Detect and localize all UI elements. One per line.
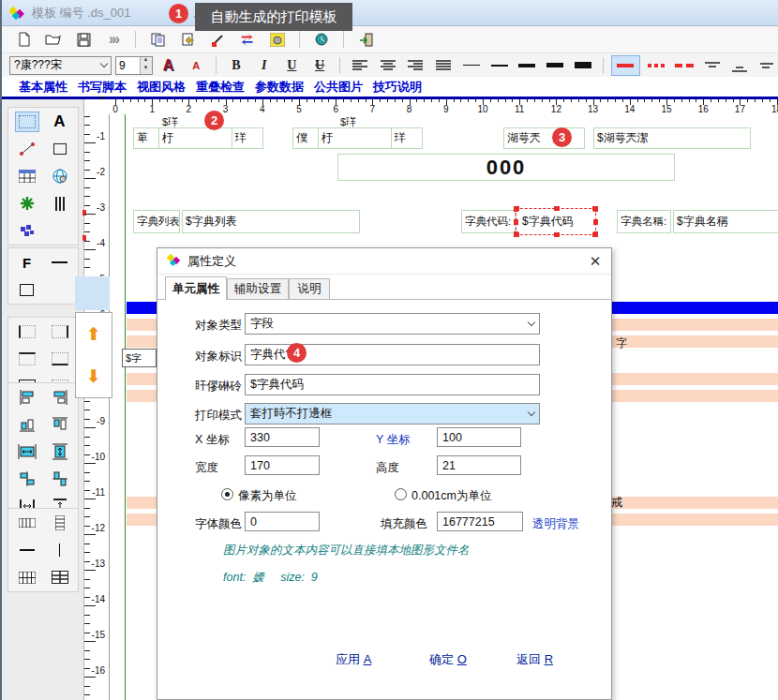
menu-item-view-style[interactable]: 视图风格 [137, 79, 186, 96]
close-icon[interactable]: ✕ [579, 248, 611, 275]
line-tool[interactable] [15, 139, 39, 159]
dict-list-value-field[interactable]: $字典列表 [182, 210, 360, 233]
table-tool[interactable] [15, 166, 39, 186]
dict-name-value-field[interactable]: $字典名稱 [673, 210, 778, 233]
globe-tool[interactable] [48, 166, 72, 186]
radio-pixels[interactable] [221, 488, 233, 500]
bold-button[interactable]: B [224, 55, 248, 76]
swap-arrows-icon[interactable] [235, 29, 260, 50]
new-file-icon[interactable] [11, 29, 36, 50]
bitmap-tool[interactable] [15, 220, 39, 241]
paste-icon[interactable] [175, 29, 200, 50]
menu-item-script[interactable]: 书写脚本 [78, 79, 127, 96]
center-vertical-icon[interactable] [48, 469, 72, 489]
template-field[interactable]: 杅 [158, 127, 232, 149]
radio-cm[interactable] [395, 488, 407, 500]
bars-tool[interactable] [48, 193, 72, 214]
align-right-icon[interactable] [403, 55, 427, 76]
align-justify-icon[interactable] [431, 55, 456, 76]
menu-item-shared-images[interactable]: 公共图片 [314, 79, 363, 96]
text-tool[interactable]: A [48, 112, 72, 132]
template-field[interactable]: 萆 [133, 127, 159, 149]
exit-icon[interactable] [353, 29, 378, 50]
field-tool[interactable]: F [15, 252, 39, 273]
font-family-select[interactable]: ?康???宋 [9, 56, 112, 75]
align-left-icon[interactable] [348, 55, 372, 76]
line-weight-5-button[interactable] [571, 55, 595, 76]
border-right-icon[interactable] [48, 321, 72, 342]
font-color-input[interactable]: 0 [245, 512, 320, 531]
line-align-top-icon[interactable] [700, 55, 725, 76]
copy-icon[interactable] [145, 29, 170, 50]
dict-code-value-field[interactable]: $字典代码 [518, 211, 593, 232]
italic-button[interactable]: I [252, 55, 277, 76]
line-weight-4-button[interactable] [543, 55, 567, 76]
box-tool[interactable] [15, 279, 39, 300]
hline-tool[interactable] [48, 252, 72, 273]
border-left-icon[interactable] [15, 321, 39, 342]
red-dashed-line-button[interactable] [672, 55, 696, 76]
dict-list-label-field[interactable]: 字典列表: [133, 210, 180, 233]
tab-unit-properties[interactable]: 单元属性 [165, 276, 227, 300]
split-rows-icon[interactable] [48, 513, 72, 533]
table-header-icon[interactable] [48, 567, 72, 588]
red-dotted-line-button[interactable] [644, 55, 668, 76]
rect-tool[interactable] [48, 139, 72, 159]
barcode-tool[interactable] [15, 193, 39, 214]
template-field[interactable]: $湖萼兲潔 [593, 127, 751, 149]
counter-field[interactable]: 000 [337, 154, 675, 181]
fill-color-input[interactable]: 16777215 [437, 512, 523, 531]
object-type-select[interactable]: 字段 [245, 313, 540, 335]
scroll-up-icon[interactable]: ⬆ [86, 323, 101, 345]
underline-button[interactable]: U [280, 55, 305, 76]
x-coord-input[interactable]: 330 [245, 427, 320, 447]
same-width-icon[interactable] [15, 441, 39, 462]
red-solid-line-button[interactable] [611, 55, 641, 76]
select-marquee-tool[interactable] [15, 112, 39, 132]
line-weight-1-button[interactable] [459, 55, 484, 76]
align-top-objects-icon[interactable] [48, 414, 72, 435]
menu-item-parameters[interactable]: 参数数据 [255, 79, 304, 96]
hline-icon[interactable] [15, 540, 39, 560]
template-field[interactable]: 珜 [391, 127, 423, 149]
template-field[interactable]: 僕 [292, 127, 319, 149]
y-coord-input[interactable]: 100 [437, 427, 521, 447]
scroll-down-icon[interactable]: ⬇ [86, 365, 101, 387]
align-right-objects-icon[interactable] [48, 387, 72, 408]
line-weight-3-button[interactable] [515, 55, 539, 76]
return-button[interactable]: 返回 R [516, 651, 553, 668]
line-weight-2-button[interactable] [487, 55, 512, 76]
clock-icon[interactable] [309, 29, 334, 50]
tab-aux-settings[interactable]: 辅助设置 [227, 278, 289, 300]
border-bottom-icon[interactable] [48, 349, 72, 369]
picture-icon[interactable] [265, 29, 290, 50]
data-field-input[interactable]: $字典代码 [245, 374, 540, 395]
font-size-input[interactable]: 9 ▲▼ [115, 56, 153, 75]
selected-field-outline[interactable]: $字典代码 [516, 208, 596, 235]
align-bottom-objects-icon[interactable] [15, 414, 39, 435]
print-mode-select[interactable]: 套打時不打邊框 [245, 403, 540, 424]
template-field[interactable]: 湖萼兲 [503, 127, 585, 149]
open-file-icon[interactable] [41, 29, 66, 50]
apply-button[interactable]: 应用 A [336, 651, 371, 668]
split-columns-icon[interactable] [15, 513, 39, 533]
center-horizontal-icon[interactable] [15, 469, 39, 489]
menu-item-basic-props[interactable]: 基本属性 [19, 79, 67, 96]
menu-item-overlap-check[interactable]: 重叠检查 [196, 79, 245, 96]
pin-icon[interactable] [205, 29, 230, 50]
strikethrough-button[interactable]: U [307, 55, 332, 76]
preview-icon[interactable]: ››› [101, 29, 126, 50]
menu-item-tips[interactable]: 技巧说明 [373, 79, 422, 96]
border-top-icon[interactable] [15, 349, 39, 369]
font-grow-button[interactable]: A [157, 55, 181, 76]
font-size-spinner[interactable]: ▲▼ [140, 57, 152, 74]
same-height-icon[interactable] [48, 441, 72, 462]
transparent-bg-link[interactable]: 透明背景 [532, 516, 579, 532]
height-input[interactable]: 21 [437, 455, 521, 475]
width-input[interactable]: 170 [245, 455, 320, 475]
dict-code-label-field[interactable]: 字典代码: [461, 210, 516, 233]
font-shrink-button[interactable]: A [184, 55, 208, 76]
align-center-icon[interactable] [376, 55, 400, 76]
partial-field-box[interactable]: $字 [122, 349, 157, 367]
vline-icon[interactable] [48, 540, 72, 560]
